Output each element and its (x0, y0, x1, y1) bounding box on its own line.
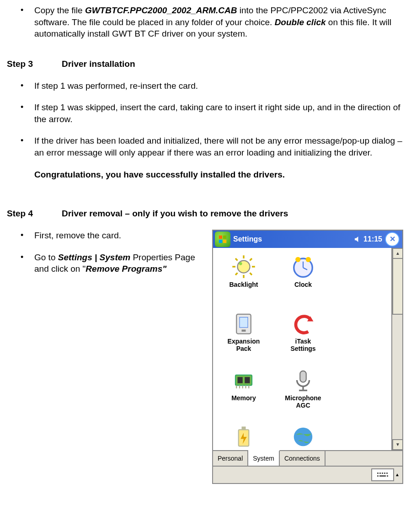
settings-item-memory[interactable]: Memory (214, 363, 273, 420)
intro-bullet: Copy the file GWTBTCF.PPC2000_2002_ARM.C… (7, 5, 404, 40)
pda-time: 11:15 (363, 234, 382, 244)
svg-rect-2 (219, 240, 222, 243)
svg-rect-3 (223, 240, 226, 243)
settings-item-microphone[interactable]: MicrophoneAGC (273, 363, 333, 420)
svg-rect-25 (245, 377, 250, 383)
scroll-up-icon[interactable]: ▲ (392, 248, 402, 259)
memory-icon (231, 368, 256, 392)
keyboard-icon[interactable] (371, 468, 394, 481)
pda-screenshot: Settings 11:15 ✕ Backlight (212, 230, 404, 484)
step3-heading: Step 3Driver installation (7, 58, 404, 70)
svg-point-37 (294, 428, 313, 446)
step4-list: First, remove the card. Go to Settings |… (7, 230, 208, 275)
tab-connections[interactable]: Connections (280, 451, 326, 466)
settings-grid: Backlight Clock ExpansionPack iTask (213, 248, 391, 450)
svg-rect-20 (240, 317, 248, 328)
step3-list: If step 1 was performed, re-insert the c… (7, 80, 404, 159)
filename: GWTBTCF.PPC2000_2002_ARM.CAB (85, 5, 237, 15)
settings-item-power[interactable]: Power (214, 420, 273, 450)
tab-personal[interactable]: Personal (213, 451, 248, 466)
settings-item-regional[interactable]: RegionalSettings (273, 420, 333, 450)
svg-rect-50 (382, 473, 383, 474)
svg-rect-55 (387, 475, 388, 477)
step4-heading: Step 4Driver removal – only if you wish … (7, 208, 404, 220)
step3-congrats: Congratulations, you have successfully i… (7, 169, 404, 181)
svg-line-11 (235, 273, 238, 275)
pda-title-text: Settings (233, 234, 353, 244)
scroll-down-icon[interactable]: ▼ (392, 439, 402, 450)
scrollbar[interactable]: ▲ ▼ (391, 248, 402, 450)
expansion-pack-icon (231, 311, 256, 336)
step4-b1: First, remove the card. (7, 230, 208, 242)
svg-rect-31 (300, 371, 306, 382)
svg-rect-49 (379, 473, 381, 474)
svg-rect-53 (377, 475, 379, 477)
svg-rect-1 (223, 236, 226, 239)
svg-point-16 (306, 257, 311, 262)
svg-line-10 (250, 273, 252, 275)
settings-item-expansion-pack[interactable]: ExpansionPack (214, 306, 273, 363)
settings-item-clock[interactable]: Clock (273, 250, 333, 306)
svg-rect-48 (377, 473, 379, 474)
pda-titlebar: Settings 11:15 ✕ (213, 231, 402, 248)
svg-line-12 (250, 258, 252, 261)
step3-b2: If step 1 was skipped, insert the card, … (7, 102, 404, 125)
close-icon[interactable]: ✕ (385, 232, 400, 247)
svg-point-15 (295, 257, 300, 262)
microphone-icon (291, 368, 315, 392)
pda-bottom-bar: ▲ (213, 466, 402, 483)
svg-line-9 (235, 258, 238, 261)
keyboard-chevron-icon[interactable]: ▲ (395, 472, 400, 478)
step3-b1: If step 1 was performed, re-insert the c… (7, 80, 404, 92)
settings-item-itask[interactable]: iTaskSettings (273, 306, 333, 363)
settings-item-backlight[interactable]: Backlight (214, 250, 273, 306)
svg-rect-0 (219, 236, 222, 239)
intro-list: Copy the file GWTBTCF.PPC2000_2002_ARM.C… (7, 5, 404, 40)
step4-b2: Go to Settings | System Properties Page … (7, 252, 208, 275)
clock-icon (291, 254, 315, 279)
power-icon (231, 425, 256, 449)
svg-rect-51 (384, 473, 385, 474)
start-icon[interactable] (215, 231, 230, 247)
speaker-icon[interactable] (353, 235, 362, 243)
svg-rect-35 (242, 427, 246, 430)
svg-rect-52 (386, 473, 388, 474)
regional-icon (291, 425, 315, 449)
svg-point-13 (239, 262, 242, 265)
step3-b3: If the driver has been loaded and initia… (7, 135, 404, 158)
backlight-icon (231, 254, 256, 279)
itask-icon (291, 311, 315, 336)
svg-rect-24 (238, 377, 243, 383)
svg-rect-54 (379, 475, 386, 477)
pda-tabs: Personal System Connections (213, 450, 402, 466)
svg-point-4 (238, 261, 250, 273)
scroll-thumb[interactable] (392, 258, 402, 315)
svg-rect-21 (242, 330, 246, 332)
tab-system[interactable]: System (248, 450, 280, 466)
